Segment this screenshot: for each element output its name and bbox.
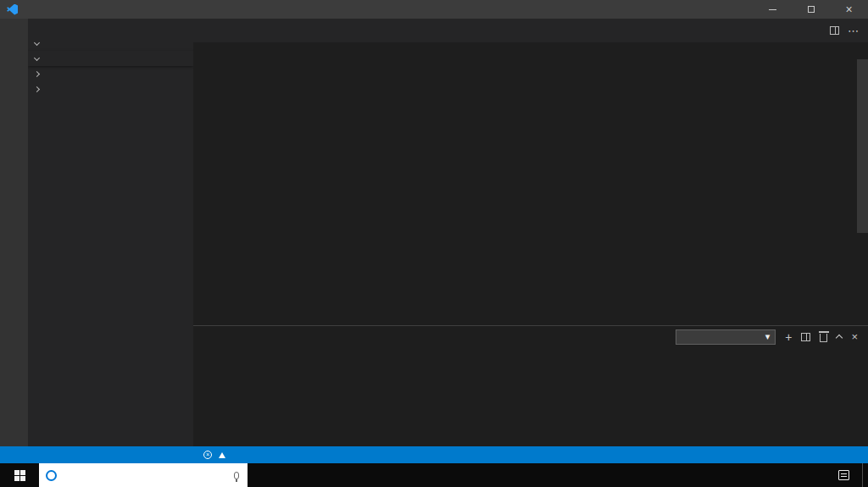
close-icon: ×: [845, 3, 852, 15]
search-input[interactable]: [63, 469, 228, 481]
terminal-output[interactable]: [193, 347, 868, 446]
microphone-icon[interactable]: [234, 472, 239, 479]
chevron-right-icon: [34, 86, 40, 91]
outline-header[interactable]: [28, 66, 193, 81]
windows-logo-icon: [14, 470, 25, 481]
windows-taskbar: [0, 463, 868, 487]
chevron-down-icon: [34, 39, 40, 45]
kill-terminal-icon[interactable]: [820, 334, 827, 342]
minimize-icon: [769, 9, 776, 10]
breadcrumb: [193, 42, 868, 59]
warning-icon: [219, 452, 225, 458]
show-desktop-button[interactable]: [862, 463, 866, 487]
close-panel-icon[interactable]: ×: [851, 331, 858, 342]
chevron-down-icon: [34, 54, 40, 60]
npm-scripts-header[interactable]: [28, 81, 193, 97]
system-tray: [810, 463, 868, 487]
maximize-icon: [808, 6, 815, 13]
explorer-sidebar: [28, 19, 193, 446]
close-button[interactable]: ×: [830, 0, 868, 19]
more-actions-icon[interactable]: ⋯: [848, 25, 860, 37]
split-terminal-icon[interactable]: [801, 333, 810, 341]
new-terminal-icon[interactable]: +: [785, 331, 792, 343]
code-editor[interactable]: [193, 59, 868, 325]
split-editor-icon[interactable]: [830, 26, 839, 35]
terminal-selector[interactable]: ▾: [676, 329, 776, 345]
vscode-logo-icon: [7, 4, 18, 15]
project-header[interactable]: [28, 51, 193, 66]
maximize-panel-icon[interactable]: [836, 335, 843, 341]
panel-tab-bar: ▾ + ×: [193, 326, 868, 347]
workbench: ⋯ ▾ + ×: [0, 19, 868, 446]
status-bar: ×: [0, 446, 868, 463]
window-controls: ×: [754, 0, 868, 19]
error-icon: ×: [203, 451, 212, 459]
action-center-icon[interactable]: [838, 470, 849, 480]
minimize-button[interactable]: [754, 0, 792, 19]
sidebar-title: [28, 19, 193, 36]
open-editors-header[interactable]: [28, 36, 193, 51]
cortana-icon: [46, 470, 57, 481]
maximize-button[interactable]: [792, 0, 830, 19]
title-bar: ×: [0, 0, 868, 19]
chevron-right-icon: [34, 70, 40, 76]
chevron-down-icon: ▾: [765, 331, 771, 342]
editor-tab-bar: ⋯: [193, 19, 868, 42]
activity-bar: [0, 19, 28, 446]
taskbar-search[interactable]: [39, 463, 248, 487]
editor-scrollbar[interactable]: [857, 59, 868, 233]
bottom-panel: ▾ + ×: [193, 325, 868, 446]
start-button[interactable]: [0, 463, 39, 487]
editor-area: ⋯ ▾ + ×: [193, 19, 868, 446]
problems-indicator[interactable]: ×: [198, 446, 234, 463]
